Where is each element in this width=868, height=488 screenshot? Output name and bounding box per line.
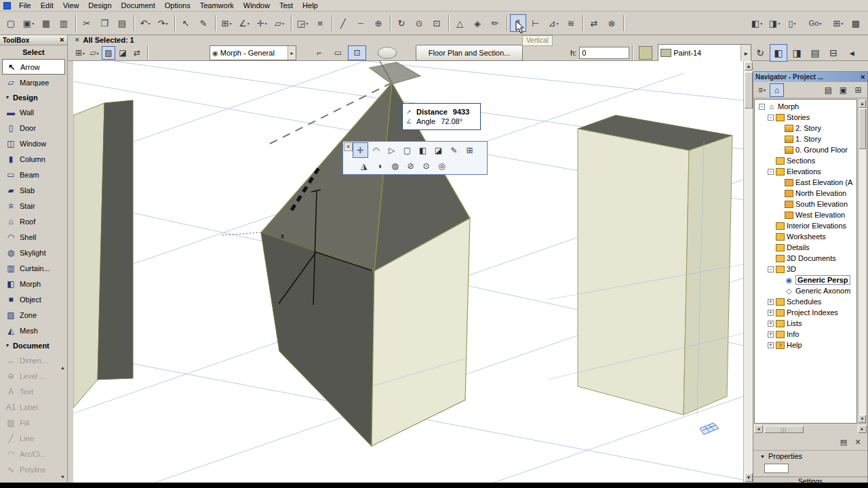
- paste[interactable]: ▤: [114, 14, 130, 32]
- tool-dimension[interactable]: ↔ Dimen...: [0, 352, 67, 368]
- layers[interactable]: ≡: [312, 14, 328, 32]
- subtract[interactable]: ⊘: [403, 158, 418, 174]
- geometry-rectangle[interactable]: ▭: [329, 45, 347, 60]
- offset-all-edges[interactable]: ▢: [399, 142, 415, 158]
- mini-collapse[interactable]: ◂: [843, 44, 861, 62]
- element-context-combo[interactable]: ◉ Morph - General ▸: [210, 45, 296, 60]
- delete-viewpoint[interactable]: ✕: [852, 436, 864, 448]
- new-document[interactable]: ▢: [3, 14, 19, 32]
- chamfer[interactable]: ◑: [372, 158, 387, 174]
- home-view[interactable]: ⌂: [770, 83, 784, 97]
- tool-object[interactable]: ■ Object: [0, 291, 67, 307]
- offset-edge[interactable]: ▷: [384, 142, 399, 158]
- tree-north-elevation[interactable]: North Elevation: [755, 188, 856, 199]
- expand-icon[interactable]: -: [768, 266, 774, 272]
- navigator-vscrollbar[interactable]: ▲ ▼: [858, 99, 867, 424]
- separator[interactable]: [291, 15, 292, 31]
- flyout-icon[interactable]: ▸: [741, 45, 751, 61]
- tree-stories[interactable]: - Stories: [755, 112, 856, 123]
- push-pull[interactable]: ◪: [431, 142, 446, 158]
- tree-morph[interactable]: - ⌂ Morph: [755, 101, 856, 112]
- expand-icon[interactable]: +: [768, 342, 774, 348]
- tool-beam[interactable]: ▭ Beam: [0, 167, 67, 182]
- menu-item[interactable]: Design: [83, 1, 116, 10]
- paint-bucket[interactable]: ◪: [116, 46, 130, 60]
- cut[interactable]: ✂: [79, 14, 95, 32]
- target[interactable]: ◎: [434, 158, 450, 174]
- tool-zone[interactable]: ▨ Zone: [0, 307, 67, 323]
- layout-grid[interactable]: ⊞: [851, 83, 865, 97]
- tree-project-indexes[interactable]: + Project Indexes: [755, 307, 856, 318]
- close-icon[interactable]: ✕: [860, 74, 865, 81]
- surface-swatch-icon[interactable]: [639, 46, 652, 60]
- tool-shell[interactable]: ◠ Shell: [0, 229, 67, 245]
- no-tool[interactable]: ⊗: [604, 14, 620, 32]
- pencil-tool[interactable]: ✎: [195, 14, 212, 32]
- expand-icon[interactable]: +: [768, 321, 774, 327]
- tool-window[interactable]: ◫ Window: [0, 136, 67, 151]
- separator[interactable]: [134, 15, 135, 31]
- surface-paint[interactable]: ▨: [102, 46, 115, 60]
- selection-grid[interactable]: ⊞: [73, 46, 87, 60]
- menu-item[interactable]: Test: [275, 1, 298, 10]
- arrow-tool[interactable]: ↖: [178, 14, 194, 32]
- scroll-down-icon[interactable]: ▼: [60, 474, 65, 479]
- tree-story-0[interactable]: 0. Ground Floor: [755, 144, 856, 155]
- tree-schedules[interactable]: + Schedules: [755, 296, 856, 307]
- scroll-down-icon[interactable]: ▼: [745, 473, 753, 482]
- properties-header[interactable]: ▼ Properties: [753, 450, 867, 462]
- spacer[interactable]: [627, 14, 747, 32]
- scroll-up-icon[interactable]: ▲: [859, 100, 866, 108]
- guide-remove[interactable]: ⊢: [528, 14, 544, 32]
- separator[interactable]: [332, 15, 333, 31]
- rotate[interactable]: ↻: [751, 44, 769, 62]
- flyout-icon[interactable]: ▸: [288, 46, 296, 60]
- tree-interior-elevations[interactable]: Interior Elevations: [755, 220, 856, 231]
- gravity[interactable]: ◈: [469, 14, 486, 32]
- document-view[interactable]: ▯: [784, 14, 800, 32]
- separator[interactable]: [507, 15, 508, 31]
- tree-worksheets[interactable]: Worksheets: [755, 231, 856, 242]
- floor-plan-display-button[interactable]: Floor Plan and Section...: [416, 45, 523, 61]
- close-icon[interactable]: ✕: [59, 37, 64, 43]
- angle-tool[interactable]: ⊿: [545, 14, 561, 32]
- tree-3d-documents[interactable]: 3D Documents: [755, 253, 856, 264]
- tool-label[interactable]: A1 Label: [0, 399, 67, 415]
- view-cube[interactable]: ◧: [749, 14, 765, 32]
- scroll-thumb[interactable]: [859, 108, 866, 149]
- stack-view[interactable]: ⊟: [825, 44, 842, 62]
- add-to-morph[interactable]: ⊞: [462, 142, 477, 158]
- origin[interactable]: ⊕: [370, 14, 387, 32]
- tool-arc[interactable]: ◠ Arc/Ci...: [0, 446, 67, 462]
- layout-grid[interactable]: ⊞: [830, 14, 846, 32]
- open-file[interactable]: ▣: [20, 14, 37, 32]
- tool-polyline[interactable]: ∿ Polyline: [0, 462, 67, 477]
- expand-icon[interactable]: -: [768, 115, 774, 121]
- deselect-all-icon[interactable]: ✕: [75, 37, 80, 43]
- menu-item[interactable]: File: [14, 1, 36, 10]
- tree-elevations[interactable]: - Elevations: [755, 166, 856, 177]
- tree-details[interactable]: Details: [755, 242, 856, 253]
- fillet[interactable]: ◮: [356, 158, 372, 174]
- menu-item[interactable]: Document: [117, 1, 160, 10]
- draw-on-face[interactable]: ✎: [446, 142, 462, 158]
- union[interactable]: ⊙: [418, 158, 434, 174]
- tool-line[interactable]: ╱ Line: [0, 430, 67, 446]
- doc-view[interactable]: ▤: [806, 44, 824, 62]
- scroll-left-icon[interactable]: ◂: [754, 425, 763, 433]
- scroll-up-icon[interactable]: ▲: [60, 365, 65, 370]
- tree-help[interactable]: + ? Help: [755, 340, 856, 350]
- oval-button[interactable]: [378, 47, 397, 59]
- tool-door[interactable]: ▯ Door: [0, 120, 67, 136]
- surface-combo[interactable]: Paint-14 ▸: [658, 44, 751, 62]
- separator[interactable]: [448, 15, 450, 31]
- separator[interactable]: [390, 15, 391, 31]
- tool-wall[interactable]: ▬ Wall: [0, 104, 67, 120]
- navigator-hscrollbar[interactable]: ◂ ||| ▸: [753, 424, 867, 434]
- zoom-box[interactable]: ⊡: [429, 14, 445, 32]
- cursor-snap[interactable]: ✛: [254, 14, 270, 32]
- tool-curtain-wall[interactable]: ▥ Curtain...: [0, 260, 67, 276]
- wave-tool[interactable]: ≋: [563, 14, 579, 32]
- go-button[interactable]: Go: [802, 14, 829, 32]
- tree-lists[interactable]: + Lists: [755, 318, 856, 329]
